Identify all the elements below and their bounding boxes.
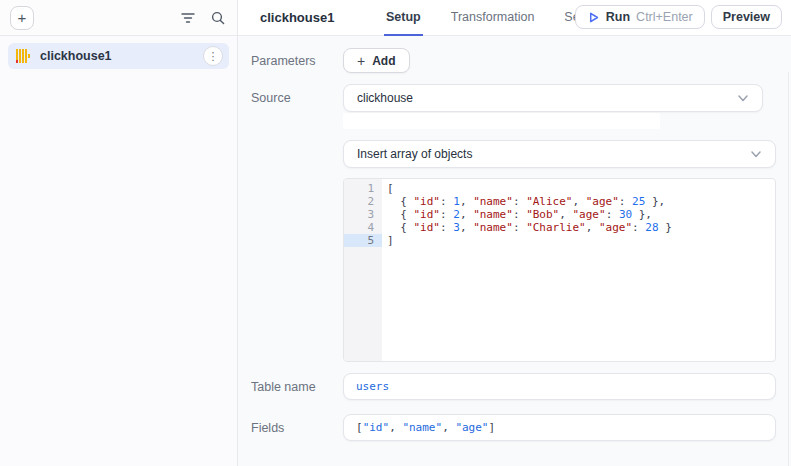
- source-row: Source clickhouse: [251, 84, 776, 112]
- sidebar-toolbar: +: [0, 0, 237, 36]
- main-panel: clickhouse1 Setup Transformation Setting…: [238, 0, 791, 466]
- kebab-menu-icon[interactable]: ⋮: [203, 46, 223, 66]
- plus-icon: +: [357, 53, 365, 69]
- editor-gutter: 12345: [344, 179, 382, 361]
- json-code-editor: 12345 [ { "id": 1, "name": "Alice", "age…: [343, 178, 776, 362]
- source-select[interactable]: clickhouse: [343, 84, 763, 112]
- clickhouse-icon: [16, 49, 32, 63]
- search-icon[interactable]: [209, 9, 227, 27]
- parameters-label: Parameters: [251, 54, 343, 68]
- play-icon: [587, 11, 600, 24]
- parameters-row: Parameters + Add: [251, 48, 776, 73]
- table-name-input[interactable]: users: [343, 373, 776, 400]
- sidebar: + clickhouse1 ⋮: [0, 0, 238, 466]
- tab-setup[interactable]: Setup: [384, 0, 423, 36]
- sidebar-item-clickhouse1[interactable]: clickhouse1 ⋮: [8, 43, 229, 69]
- source-label: Source: [251, 91, 343, 105]
- fields-row: Fields ["id", "name", "age"]: [251, 414, 776, 441]
- scrollbar-track[interactable]: [788, 72, 789, 466]
- filter-icon[interactable]: [179, 10, 197, 26]
- app-root: + clickhouse1 ⋮ clickhouse1: [0, 0, 791, 466]
- blank-placeholder: [343, 113, 660, 129]
- tab-transformation[interactable]: Transformation: [449, 0, 537, 36]
- mode-row: Insert array of objects: [251, 140, 776, 168]
- run-button[interactable]: Run Ctrl+Enter: [575, 5, 705, 29]
- source-select-value: clickhouse: [357, 91, 413, 105]
- preview-button[interactable]: Preview: [711, 5, 782, 29]
- setup-form: Parameters + Add Source clickhouse: [238, 36, 791, 466]
- insert-mode-select[interactable]: Insert array of objects: [343, 140, 776, 168]
- sidebar-toolbar-icons: [179, 9, 227, 27]
- fields-label: Fields: [251, 421, 343, 435]
- chevron-down-icon: [750, 148, 762, 160]
- editor-row: 12345 [ { "id": 1, "name": "Alice", "age…: [251, 168, 776, 362]
- run-label: Run: [606, 10, 630, 24]
- header-actions: Run Ctrl+Enter Preview: [575, 5, 782, 29]
- editor-code[interactable]: [ { "id": 1, "name": "Alice", "age": 25 …: [382, 179, 775, 361]
- query-list: clickhouse1 ⋮: [0, 36, 237, 76]
- table-name-label: Table name: [251, 380, 343, 394]
- fields-input[interactable]: ["id", "name", "age"]: [343, 414, 776, 441]
- add-parameter-button[interactable]: + Add: [343, 48, 410, 73]
- main-header: clickhouse1 Setup Transformation Setting…: [238, 0, 791, 36]
- query-title: clickhouse1: [260, 10, 334, 25]
- query-item-label: clickhouse1: [40, 49, 195, 63]
- insert-mode-value: Insert array of objects: [357, 147, 472, 161]
- add-query-button[interactable]: +: [10, 6, 34, 30]
- table-name-row: Table name users: [251, 373, 776, 400]
- run-shortcut: Ctrl+Enter: [636, 10, 693, 24]
- chevron-down-icon: [737, 92, 749, 104]
- add-parameter-label: Add: [372, 54, 395, 68]
- source-subfield-row: [251, 112, 776, 129]
